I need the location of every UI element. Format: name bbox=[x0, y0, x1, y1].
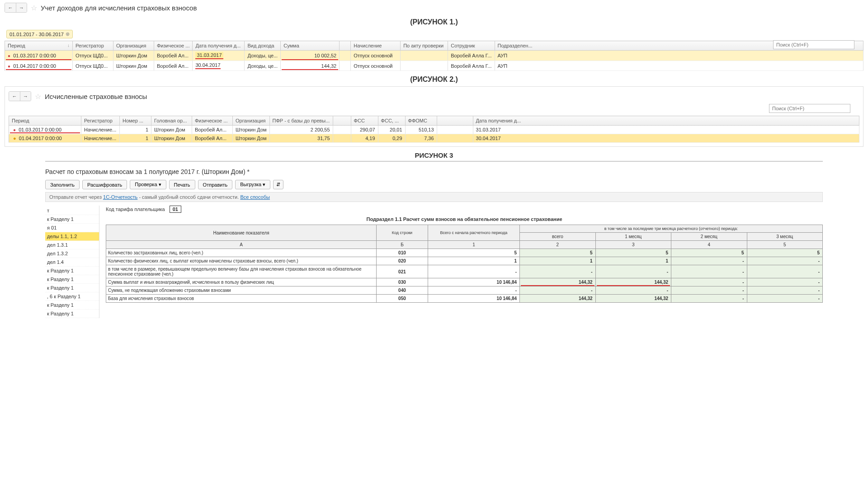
link-all-ways[interactable]: Все способы bbox=[240, 194, 270, 200]
contrib-grid: Период Регистратор Номер ... Головная ор… bbox=[9, 116, 859, 143]
report-title: Расчет по страховым взносам за 1 полугод… bbox=[45, 168, 823, 175]
col-pfr[interactable]: ПФР - с базы до превы... bbox=[269, 116, 333, 126]
col-blank2 bbox=[437, 116, 473, 126]
chip-close-icon[interactable]: ⊗ bbox=[66, 31, 70, 37]
income-grid: Период↓ Регистратор Организация Физическ… bbox=[5, 41, 863, 71]
report-row: Сумма выплат и иных вознаграждений, исчи… bbox=[106, 278, 823, 286]
report-row: Количество застрахованных лиц, всего (че… bbox=[106, 249, 823, 257]
forward-button[interactable]: → bbox=[16, 3, 27, 12]
tree-item[interactable]: , 6 к Разделу 1 bbox=[45, 292, 99, 301]
col-sum[interactable]: Сумма bbox=[281, 41, 340, 51]
h-code: Код строки bbox=[377, 225, 428, 241]
col-vid[interactable]: Вид дохода bbox=[245, 41, 281, 51]
link-1c-report[interactable]: 1С-Отчетность bbox=[103, 194, 137, 200]
search-input[interactable] bbox=[773, 40, 854, 49]
h-name: Наименование показателя bbox=[106, 225, 377, 241]
forward-button[interactable]: → bbox=[20, 92, 31, 101]
report-toolbar: ЗаполнитьРасшифроватьПроверка ▾ПечатьОтп… bbox=[45, 180, 823, 189]
col-fss[interactable]: ФСС bbox=[351, 116, 378, 126]
search-input[interactable] bbox=[769, 104, 850, 113]
toolbar-button-0[interactable]: Заполнить bbox=[45, 180, 80, 189]
nav-buttons-1: ← → bbox=[5, 3, 27, 13]
toolbar-button-3[interactable]: Печать bbox=[169, 180, 195, 189]
toolbar-button-1[interactable]: Расшифровать bbox=[82, 180, 127, 189]
tarif-value[interactable]: 01 bbox=[170, 206, 181, 213]
tree-item[interactable]: к Разделу 1 bbox=[45, 275, 99, 284]
col-org[interactable]: Организация bbox=[233, 116, 270, 126]
tree-item[interactable]: дел 1.4 bbox=[45, 258, 99, 267]
report-row: Количество физических лиц, с выплат кото… bbox=[106, 257, 823, 265]
tree-item[interactable]: к Разделу 1 bbox=[45, 301, 99, 310]
toolbar-button-5[interactable]: Выгрузка ▾ bbox=[235, 180, 270, 189]
table-row[interactable]: ● 01.03.2017 0:00:00 Начисление...1Шторк… bbox=[9, 126, 859, 134]
figure-3-label: РИСУНОК 3 bbox=[0, 151, 868, 159]
tarif-label: Код тарифа плательщика bbox=[106, 206, 165, 212]
table-row[interactable]: ● 01.04.2017 0:00:00 Начисление...1Шторк… bbox=[9, 134, 859, 143]
star-icon[interactable]: ☆ bbox=[35, 92, 41, 101]
col-reg[interactable]: Регистратор bbox=[81, 116, 120, 126]
report-table: Наименование показателя Код строки Всего… bbox=[106, 225, 823, 303]
star-icon[interactable]: ☆ bbox=[31, 4, 37, 12]
col-ffoms[interactable]: ФФОМС bbox=[405, 116, 437, 126]
tree-item[interactable]: к Разделу 1 bbox=[45, 310, 99, 318]
tree-item[interactable]: дел 1.3.2 bbox=[45, 249, 99, 258]
nav-buttons-2: ← → bbox=[9, 91, 31, 101]
col-blank1 bbox=[333, 116, 351, 126]
table-row[interactable]: ● 01.04.2017 0:00:00 Отпуск ЩД0...Шторки… bbox=[5, 61, 863, 71]
tree-item[interactable]: к Разделу 1 bbox=[45, 284, 99, 292]
tree-item[interactable]: к Разделу 1 bbox=[45, 215, 99, 224]
report-row: в том числе в размере, превышающем преде… bbox=[106, 265, 823, 278]
col-num[interactable]: Номер ... bbox=[120, 116, 151, 126]
col-org[interactable]: Организация bbox=[113, 41, 154, 51]
tree-item[interactable]: т bbox=[45, 206, 99, 215]
figure-1-label: (РИСУНОК 1.) bbox=[5, 18, 863, 26]
col-nach[interactable]: Начисление bbox=[351, 41, 401, 51]
report-row: Сумма, не подлежащая обложению страховым… bbox=[106, 286, 823, 295]
figure-2-label: (РИСУНОК 2.) bbox=[0, 75, 868, 84]
col-date[interactable]: Дата получения д... bbox=[193, 41, 245, 51]
back-button[interactable]: ← bbox=[5, 3, 16, 12]
page-title-1: Учет доходов для исчисления страховых вз… bbox=[41, 4, 197, 12]
col-period[interactable]: Период↓ bbox=[5, 41, 73, 51]
back-button[interactable]: ← bbox=[9, 92, 20, 101]
search-box-2 bbox=[769, 104, 850, 113]
period-filter-chip[interactable]: 01.01.2017 - 30.06.2017 ⊗ bbox=[6, 30, 73, 38]
col-akt[interactable]: По акту проверки bbox=[401, 41, 448, 51]
toolbar-button-4[interactable]: Отправить bbox=[198, 180, 233, 189]
col-fssd[interactable]: ФСС, ... bbox=[378, 116, 405, 126]
page-title-2: Исчисленные страховые взносы bbox=[45, 93, 147, 100]
col-golov[interactable]: Головная ор... bbox=[151, 116, 192, 126]
col-blank bbox=[340, 41, 351, 51]
col-date[interactable]: Дата получения д... bbox=[473, 116, 859, 126]
col-registrator[interactable]: Регистратор bbox=[73, 41, 113, 51]
toolbar-button-2[interactable]: Проверка ▾ bbox=[130, 180, 166, 189]
col-fiz[interactable]: Физическое ... bbox=[192, 116, 233, 126]
attach-button[interactable]: ⇵ bbox=[273, 180, 283, 189]
col-fiz[interactable]: Физическое ... bbox=[154, 41, 193, 51]
tree-item[interactable]: я 01 bbox=[45, 224, 99, 232]
search-box-1 bbox=[773, 40, 854, 49]
table-row[interactable]: ● 01.03.2017 0:00:00 Отпуск ЩД0...Шторки… bbox=[5, 51, 863, 61]
report-row: База для исчисления страховых взносов050… bbox=[106, 295, 823, 303]
h-total: Всего с начала расчетного периода bbox=[428, 225, 519, 241]
hint-bar: Отправьте отчет через 1С-Отчетность - са… bbox=[45, 192, 823, 202]
section-tree: тк Разделу 1я 01делы 1.1, 1.2дел 1.3.1де… bbox=[45, 206, 99, 318]
tree-item[interactable]: дел 1.3.1 bbox=[45, 241, 99, 249]
grid-header: Период↓ Регистратор Организация Физическ… bbox=[5, 41, 863, 51]
col-sotr[interactable]: Сотрудник bbox=[448, 41, 495, 51]
tree-item[interactable]: к Разделу 1 bbox=[45, 267, 99, 275]
col-period[interactable]: Период bbox=[9, 116, 81, 126]
subsection-title: Подраздел 1.1 Расчет сумм взносов на обя… bbox=[106, 216, 823, 222]
tree-item[interactable]: делы 1.1, 1.2 bbox=[45, 232, 99, 241]
h-group: в том числе за последние три месяца расч… bbox=[520, 225, 823, 233]
